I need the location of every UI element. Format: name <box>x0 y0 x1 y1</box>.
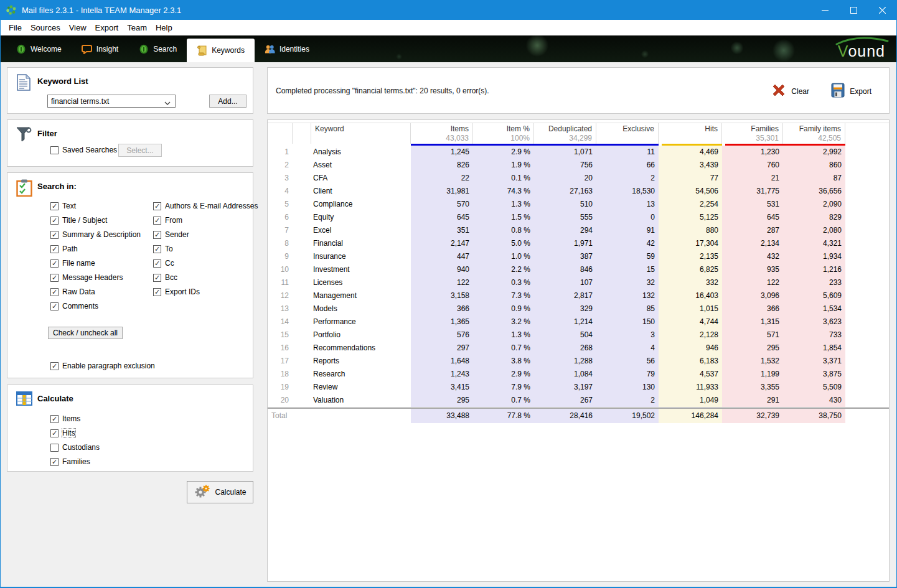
column-header-family-items[interactable]: Family items42,505 <box>783 123 845 144</box>
table-row[interactable]: 4Client31,98174.3 %27,16318,53054,50631,… <box>268 185 889 198</box>
filler-cell <box>845 237 889 250</box>
search-in-from-checkbox[interactable]: ✓From <box>153 216 182 225</box>
family-items-cell: 860 <box>783 159 845 172</box>
minimize-button[interactable] <box>810 0 839 20</box>
table-row[interactable]: 2Asset8261.9 %756663,439760860 <box>268 159 889 172</box>
check-uncheck-all-button[interactable]: Check / uncheck all <box>48 327 123 339</box>
clear-button[interactable]: Clear <box>771 83 809 100</box>
calculate-items-checkbox[interactable]: ✓Items <box>50 414 80 423</box>
select-saved-searches-button[interactable]: Select... <box>118 144 162 157</box>
row-number-cell: 17 <box>268 355 293 368</box>
tab-identities[interactable]: Identities <box>255 40 319 58</box>
search-in-path-checkbox[interactable]: ✓Path <box>50 245 78 253</box>
column-header-item-[interactable]: Item %100% <box>473 123 534 144</box>
row-spacer-cell <box>293 289 311 302</box>
family-items-cell: 2,080 <box>783 224 845 237</box>
table-row[interactable]: 15Portfolio5761.3 %50432,128571733 <box>268 329 889 342</box>
column-header-label: Keyword <box>315 124 406 134</box>
table-row[interactable]: 10Investment9402.2 %846156,8259351,216 <box>268 263 889 276</box>
tab-keywords[interactable]: Keywords <box>187 39 255 62</box>
table-header-row: KeywordItems43,033Item %100%Deduplicated… <box>268 123 889 144</box>
column-header-items[interactable]: Items43,033 <box>411 123 473 144</box>
checkbox-icon: ✓ <box>50 259 59 268</box>
search-in-comments-checkbox[interactable]: ✓Comments <box>50 302 98 310</box>
search-in-message-headers-checkbox[interactable]: ✓Message Headers <box>50 273 123 282</box>
checkbox-icon: ✓ <box>153 231 161 239</box>
column-header-hits[interactable]: Hits <box>659 123 722 144</box>
search-in-export-ids-checkbox[interactable]: ✓Export IDs <box>153 287 200 296</box>
search-in-text-checkbox[interactable]: ✓Text <box>50 202 76 210</box>
export-button[interactable]: Export <box>831 83 871 100</box>
close-button[interactable] <box>868 0 896 20</box>
table-row[interactable]: 1Analysis1,2452.9 %1,071114,4691,2302,99… <box>268 146 889 159</box>
table-row[interactable]: 12Management3,1587.3 %2,81713216,4033,09… <box>268 289 889 302</box>
table-row[interactable]: 13Models3660.9 %329851,0153661,534 <box>268 302 889 315</box>
column-header-deduplicated[interactable]: Deduplicated34,299 <box>534 123 596 144</box>
filler-cell <box>845 409 889 423</box>
menu-sources[interactable]: Sources <box>26 21 65 34</box>
search-in-summary-description-checkbox[interactable]: ✓Summary & Description <box>50 230 141 239</box>
table-row[interactable]: 19Review3,4157.9 %3,19713011,9333,3555,5… <box>268 381 889 394</box>
calculate-button[interactable]: Calculate <box>187 481 253 503</box>
column-header-families[interactable]: Families35,301 <box>722 123 783 144</box>
items-cell: 3,158 <box>411 289 473 302</box>
table-row[interactable]: 5Compliance5701.3 %510132,2545312,090 <box>268 198 889 211</box>
search-in-to-checkbox[interactable]: ✓To <box>153 245 173 253</box>
menu-team[interactable]: Team <box>123 21 151 34</box>
row-spacer-cell <box>293 368 311 381</box>
tab-insight[interactable]: Insight <box>72 40 128 58</box>
paragraph-exclusion-checkbox[interactable]: ✓ Enable paragraph exclusion <box>50 362 155 370</box>
total-family-items-cell: 38,750 <box>783 409 845 423</box>
search-in-file-name-checkbox[interactable]: ✓File name <box>50 259 95 268</box>
item-pct-cell: 5.0 % <box>473 237 534 250</box>
calculate-custodians-checkbox[interactable]: Custodians <box>50 443 100 452</box>
saved-searches-checkbox[interactable]: Saved Searches <box>50 146 117 154</box>
search-in-raw-data-checkbox[interactable]: ✓Raw Data <box>50 287 95 296</box>
checkbox-icon: ✓ <box>153 202 161 210</box>
calculate-families-checkbox[interactable]: ✓Families <box>50 457 90 466</box>
table-row[interactable]: 8Financial2,1475.0 %1,9714217,3042,1344,… <box>268 237 889 250</box>
table-row[interactable]: 6Equity6451.5 %55505,125645829 <box>268 211 889 224</box>
search-in-authors-e-mail-addresses-checkbox[interactable]: ✓Authors & E-mail Addresses <box>153 202 258 210</box>
menu-file[interactable]: File <box>4 21 26 34</box>
status-panel: Completed processing "financial terms.tx… <box>267 67 890 114</box>
family-items-cell: 4,321 <box>783 237 845 250</box>
table-row[interactable]: 7Excel3510.8 %294918802872,080 <box>268 224 889 237</box>
exclusive-cell: 0 <box>596 211 659 224</box>
keyword-cell: Licenses <box>311 276 411 289</box>
family-items-cell: 2,992 <box>783 146 845 159</box>
table-row[interactable]: 16Recommendations2970.7 %26849462951,854 <box>268 342 889 355</box>
table-row[interactable]: 9Insurance4471.0 %387592,1354321,934 <box>268 250 889 263</box>
search-in-bcc-checkbox[interactable]: ✓Bcc <box>153 273 177 282</box>
items-cell: 22 <box>411 172 473 185</box>
table-row[interactable]: 17Reports1,6483.8 %1,288566,1831,5323,37… <box>268 355 889 368</box>
add-keyword-list-button[interactable]: Add... <box>209 95 247 108</box>
search-in-title-subject-checkbox[interactable]: ✓Title / Subject <box>50 216 107 225</box>
column-header-keyword[interactable]: Keyword <box>311 123 411 144</box>
deduplicated-cell: 27,163 <box>534 185 596 198</box>
calculate-hits-checkbox[interactable]: ✓Hits <box>50 429 75 437</box>
checkbox-icon: ✓ <box>50 288 59 296</box>
row-number-cell: 7 <box>268 224 293 237</box>
column-header-subtotal: 43,033 <box>415 134 469 142</box>
hits-cell: 1,049 <box>659 394 722 407</box>
tab-search[interactable]: Search <box>128 40 187 58</box>
column-header-exclusive[interactable]: Exclusive <box>596 123 659 144</box>
table-row[interactable]: 18Research1,2432.9 %1,084794,5371,1993,8… <box>268 368 889 381</box>
table-row[interactable]: 20Valuation2950.7 %26721,049291430 <box>268 394 889 407</box>
maximize-button[interactable] <box>839 0 868 20</box>
menu-view[interactable]: View <box>65 21 91 34</box>
tab-welcome[interactable]: Welcome <box>6 40 72 58</box>
table-row[interactable]: 14Performance1,3653.2 %1,2141504,7441,31… <box>268 315 889 329</box>
filler-cell <box>845 302 889 315</box>
table-row[interactable]: 3CFA220.1 %202772187 <box>268 172 889 185</box>
clear-label: Clear <box>791 87 809 96</box>
menu-help[interactable]: Help <box>151 21 177 34</box>
deduplicated-cell: 3,197 <box>534 381 596 394</box>
keyword-list-dropdown[interactable]: financial terms.txt <box>47 95 176 108</box>
search-in-sender-checkbox[interactable]: ✓Sender <box>153 230 189 239</box>
table-row[interactable]: 11Licenses1220.3 %10732332122233 <box>268 276 889 289</box>
search-in-cc-checkbox[interactable]: ✓Cc <box>153 259 174 268</box>
tab-label: Identities <box>279 45 309 54</box>
menu-export[interactable]: Export <box>91 21 123 34</box>
